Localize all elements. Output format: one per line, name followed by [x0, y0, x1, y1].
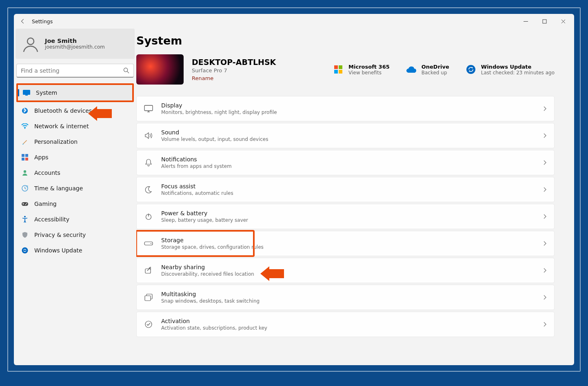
close-button[interactable] [554, 14, 572, 29]
svg-rect-22 [339, 65, 342, 69]
settings-card-multitasking[interactable]: MultitaskingSnap windows, desktops, task… [136, 285, 555, 310]
status-update[interactable]: Windows Update Last checked: 23 minutes … [466, 64, 555, 76]
chevron-right-icon [543, 214, 547, 219]
back-button[interactable] [16, 14, 30, 29]
device-header: DESKTOP-ABTLHSK Surface Pro 7 Rename Mic… [136, 54, 555, 85]
svg-rect-10 [25, 154, 28, 157]
settings-card-sound[interactable]: SoundVolume levels, output, input, sound… [136, 123, 555, 148]
card-title: Focus assist [161, 183, 535, 190]
card-subtitle: Sleep, battery usage, battery saver [161, 217, 535, 223]
sidebar-item-accessibility[interactable]: Accessibility [16, 212, 134, 227]
svg-rect-12 [25, 158, 28, 161]
card-title: Power & battery [161, 210, 535, 216]
settings-card-storage[interactable]: StorageStorage space, drives, configurat… [136, 231, 555, 256]
rename-link[interactable]: Rename [192, 75, 213, 81]
display-icon [144, 104, 153, 113]
sidebar-item-label: Bluetooth & devices [34, 107, 92, 114]
multitask-icon [144, 293, 153, 302]
device-model: Surface Pro 7 [192, 67, 276, 74]
sidebar-item-label: Windows Update [34, 247, 82, 254]
annotation-arrow-sidebar [88, 106, 112, 121]
chevron-right-icon [543, 187, 547, 192]
svg-rect-5 [23, 90, 30, 95]
chevron-right-icon [543, 106, 547, 112]
sidebar-item-bluetooth-devices[interactable]: Bluetooth & devices [16, 103, 134, 118]
sidebar-item-windows-update[interactable]: Windows Update [16, 243, 134, 258]
settings-card-notifications[interactable]: NotificationsAlerts from apps and system [136, 150, 555, 175]
sidebar-item-label: Network & internet [34, 123, 89, 129]
settings-card-display[interactable]: DisplayMonitors, brightness, night light… [136, 96, 555, 121]
status-onedrive[interactable]: OneDrive Backed up [406, 64, 449, 76]
wifi-icon [21, 123, 29, 130]
svg-rect-35 [145, 296, 151, 301]
apps-icon [21, 154, 29, 161]
annotation-arrow-storage [260, 266, 284, 281]
search-box[interactable] [16, 64, 134, 78]
svg-point-8 [24, 128, 26, 129]
search-input[interactable] [21, 67, 123, 74]
card-subtitle: Snap windows, desktops, task switching [161, 298, 535, 304]
status-title: OneDrive [422, 64, 449, 70]
sound-icon [144, 131, 153, 140]
settings-card-nearby-sharing[interactable]: Nearby sharingDiscoverability, received … [136, 258, 555, 283]
sidebar-item-personalization[interactable]: Personalization [16, 134, 134, 149]
card-title: Activation [161, 318, 535, 324]
chevron-right-icon [543, 160, 547, 165]
system-icon [23, 89, 30, 96]
card-subtitle: Notifications, automatic rules [161, 190, 535, 196]
sidebar-item-privacy-security[interactable]: Privacy & security [16, 227, 134, 243]
svg-line-4 [127, 71, 129, 73]
titlebar: Settings [14, 14, 574, 29]
svg-rect-24 [339, 70, 342, 74]
svg-rect-21 [334, 65, 338, 69]
sidebar-item-label: Accessibility [34, 216, 69, 223]
sidebar-item-label: System [36, 89, 57, 96]
power-icon [144, 212, 153, 221]
svg-rect-11 [22, 158, 24, 161]
sidebar-item-label: Gaming [34, 201, 57, 207]
moon-icon [144, 185, 153, 194]
sidebar-item-label: Accounts [34, 170, 60, 176]
svg-rect-9 [22, 154, 24, 157]
gamepad-icon [21, 200, 29, 208]
maximize-button[interactable] [535, 14, 554, 29]
sidebar: Joe Smith joesmith@joesmith.com SystemBl… [14, 29, 136, 365]
sidebar-item-network-internet[interactable]: Network & internet [16, 118, 134, 134]
chevron-right-icon [543, 295, 547, 300]
svg-point-36 [145, 321, 152, 328]
sidebar-item-time-language[interactable]: 字Time & language [16, 181, 134, 196]
sidebar-item-apps[interactable]: Apps [16, 149, 134, 165]
sidebar-item-accounts[interactable]: Accounts [16, 165, 134, 181]
status-sub: Last checked: 23 minutes ago [481, 70, 555, 76]
search-icon [123, 67, 129, 74]
profile-card[interactable]: Joe Smith joesmith@joesmith.com [16, 29, 135, 59]
svg-point-13 [24, 170, 26, 173]
device-thumbnail [136, 54, 184, 85]
microsoft-logo-icon [333, 64, 344, 75]
sidebar-item-gaming[interactable]: Gaming [16, 196, 134, 212]
sidebar-item-label: Apps [34, 154, 49, 161]
minimize-button[interactable] [516, 14, 535, 29]
sync-icon [466, 64, 476, 75]
settings-card-focus-assist[interactable]: Focus assistNotifications, automatic rul… [136, 177, 555, 202]
sidebar-item-label: Privacy & security [34, 232, 86, 238]
settings-card-activation[interactable]: ActivationActivation state, subscription… [136, 312, 555, 337]
card-title: Notifications [161, 156, 535, 163]
page-title: System [136, 34, 555, 47]
chevron-right-icon [543, 241, 547, 246]
sidebar-item-label: Personalization [34, 138, 78, 145]
sidebar-item-system[interactable]: System [18, 85, 132, 100]
card-subtitle: Discoverability, received files location [161, 271, 535, 277]
svg-point-19 [24, 216, 26, 218]
card-subtitle: Storage space, drives, configuration rul… [161, 244, 535, 250]
card-title: Sound [161, 129, 535, 136]
chevron-right-icon [543, 133, 547, 138]
card-subtitle: Monitors, brightness, night light, displ… [161, 109, 535, 115]
chevron-right-icon [543, 321, 547, 327]
status-m365[interactable]: Microsoft 365 View benefits [333, 64, 390, 76]
settings-window: Settings Joe Smith joesmith@joesmith.com [14, 14, 574, 365]
cloud-icon [406, 64, 417, 75]
sidebar-item-label: Time & language [34, 185, 83, 192]
settings-card-power-battery[interactable]: Power & batterySleep, battery usage, bat… [136, 204, 555, 229]
window-title: Settings [30, 18, 53, 25]
